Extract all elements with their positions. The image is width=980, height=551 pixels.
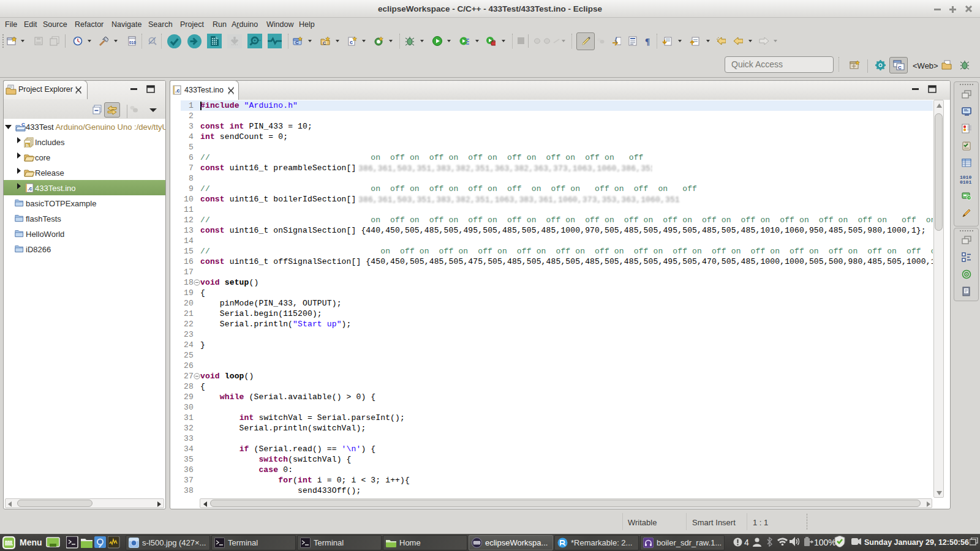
svg-text:h: h: [26, 143, 29, 148]
svg-text:.c: .c: [28, 186, 32, 192]
svg-text:010: 010: [129, 40, 136, 45]
svg-text:C: C: [898, 65, 902, 70]
svg-text:c: c: [350, 39, 353, 45]
svg-text:C: C: [295, 40, 299, 45]
svg-text:¶: ¶: [645, 37, 650, 46]
svg-text:.c: .c: [175, 88, 180, 94]
svg-text:C: C: [323, 41, 326, 45]
svg-text:C: C: [21, 122, 25, 127]
